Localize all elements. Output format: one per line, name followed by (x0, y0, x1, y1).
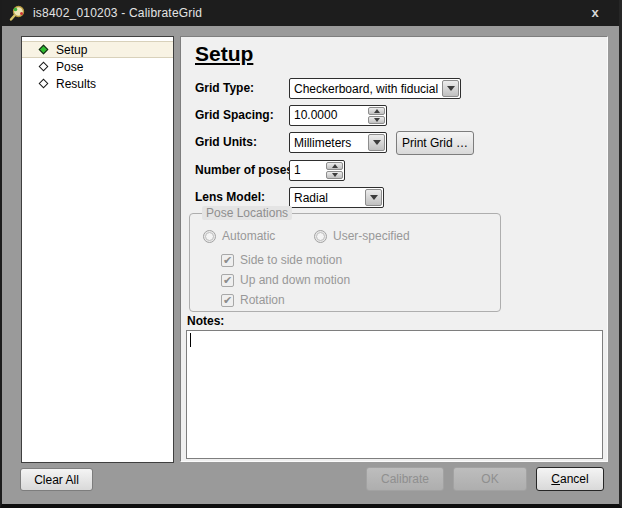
diamond-outline-icon (39, 62, 49, 72)
checkbox-side-label: Side to side motion (240, 253, 342, 267)
pose-locations-group: Pose Locations Automatic User-specified … (189, 213, 501, 312)
checkbox-rotation: ✔ Rotation (221, 293, 285, 307)
print-grid-button[interactable]: Print Grid … (396, 131, 474, 155)
steps-sidebar: Setup Pose Results (21, 36, 174, 463)
checkbox-rotation-label: Rotation (240, 293, 285, 307)
sidebar-item-results[interactable]: Results (22, 75, 173, 92)
ok-button: OK (453, 467, 527, 491)
sidebar-item-label: Setup (56, 43, 87, 57)
checkbox-side-to-side: ✔ Side to side motion (221, 253, 342, 267)
calibrate-grid-dialog: is8402_010203 - CalibrateGrid x Setup Po… (0, 0, 622, 508)
sidebar-item-label: Results (56, 77, 96, 91)
grid-type-dropdown[interactable]: Checkerboard, with fiducial (289, 78, 461, 99)
magnifier-app-icon (9, 5, 26, 22)
checkbox-checked-icon: ✔ (221, 254, 234, 267)
calibrate-button: Calibrate (366, 467, 444, 491)
grid-spacing-value: 10.0000 (290, 106, 367, 125)
spin-up-icon[interactable] (368, 107, 385, 115)
sidebar-item-label: Pose (56, 60, 83, 74)
num-poses-value: 1 (290, 161, 325, 180)
close-icon[interactable]: x (583, 4, 607, 22)
setup-panel: Setup Grid Type: Checkerboard, with fidu… (180, 36, 608, 462)
grid-type-label: Grid Type: (195, 78, 254, 99)
num-poses-stepper[interactable]: 1 (289, 160, 345, 181)
lens-model-label: Lens Model: (195, 187, 265, 208)
cancel-button[interactable]: Cancel (536, 467, 604, 491)
num-poses-label: Number of poses: (195, 160, 297, 181)
notes-label: Notes: (187, 314, 224, 328)
chevron-down-icon[interactable] (368, 134, 385, 151)
radio-automatic: Automatic (203, 229, 275, 243)
grid-units-label: Grid Units: (195, 132, 257, 153)
window-title: is8402_010203 - CalibrateGrid (33, 6, 202, 20)
radio-icon (314, 230, 327, 243)
checkbox-checked-icon: ✔ (221, 294, 234, 307)
sidebar-item-setup[interactable]: Setup (22, 41, 173, 58)
chevron-down-icon[interactable] (442, 80, 459, 97)
radio-user-specified-label: User-specified (333, 229, 410, 243)
checkbox-up-down: ✔ Up and down motion (221, 273, 350, 287)
text-caret (190, 333, 191, 347)
clear-all-button[interactable]: Clear All (20, 468, 93, 491)
spin-down-icon[interactable] (326, 171, 343, 179)
radio-icon (203, 230, 216, 243)
spin-up-icon[interactable] (326, 162, 343, 170)
title-bar: is8402_010203 - CalibrateGrid x (2, 0, 619, 26)
sidebar-item-pose[interactable]: Pose (22, 58, 173, 75)
lens-model-dropdown[interactable]: Radial (289, 187, 384, 208)
checkbox-updown-label: Up and down motion (240, 273, 350, 287)
radio-user-specified: User-specified (314, 229, 410, 243)
grid-units-dropdown[interactable]: Millimeters (289, 132, 387, 153)
spinner-buttons (368, 107, 385, 124)
diamond-outline-icon (39, 79, 49, 89)
radio-automatic-label: Automatic (222, 229, 275, 243)
grid-spacing-stepper[interactable]: 10.0000 (289, 105, 387, 126)
lens-model-value: Radial (290, 191, 364, 205)
diamond-filled-icon (39, 45, 49, 55)
spin-down-icon[interactable] (368, 116, 385, 124)
grid-spacing-label: Grid Spacing: (195, 105, 274, 126)
notes-input[interactable] (186, 330, 603, 459)
spinner-buttons (326, 162, 343, 179)
pose-locations-legend: Pose Locations (202, 206, 292, 220)
grid-units-value: Millimeters (290, 136, 367, 150)
checkbox-checked-icon: ✔ (221, 274, 234, 287)
chevron-down-icon[interactable] (365, 189, 382, 206)
grid-type-value: Checkerboard, with fiducial (290, 82, 441, 96)
page-title: Setup (195, 42, 253, 66)
